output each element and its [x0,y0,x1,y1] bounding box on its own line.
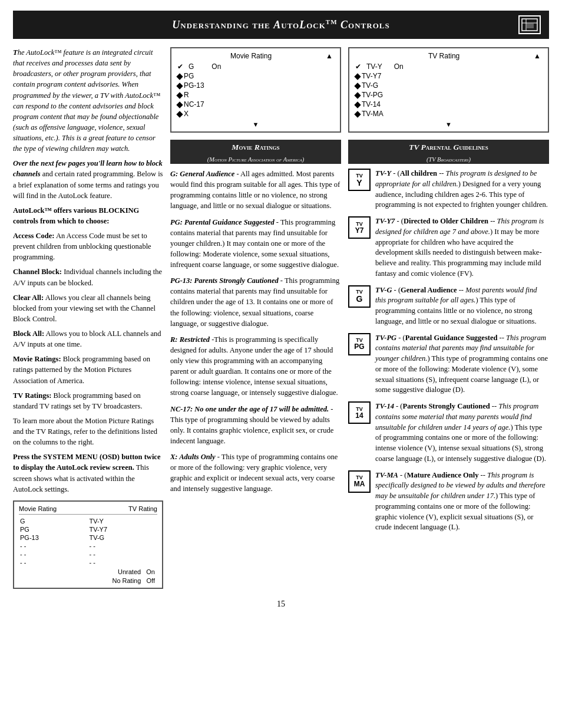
tv-rating-pg: TV PG TV-PG - (Parental Guidance Suggest… [348,333,549,396]
page-header: Understanding the AutoLockTM Controls [13,11,549,39]
tv-ratings-item: TV Ratings: Block programming based on s… [13,390,163,411]
table-row: - - [88,542,158,550]
box-row-tvpg: TV-PG [354,90,543,100]
box-row-nc17: NC-17 [176,100,335,109]
press-system-paragraph: Press the SYSTEM MENU (OSD) button twice… [13,452,163,495]
bs-footer-norating: No Rating Off [112,577,155,584]
tv-g-text: TV-G - (General Audience -- Most parents… [375,285,549,327]
learn-more-paragraph: To learn more about the Motion Picture R… [13,416,163,447]
svg-rect-3 [527,24,534,28]
box-row-tv14: TV-14 [354,100,543,109]
tv-y7-badge: TV Y7 [348,216,371,239]
table-row: TV-Y [88,517,158,525]
tv-rating-14: TV 14 TV-14 - (Parents Strongly Cautione… [348,401,549,465]
tv-14-text: TV-14 - (Parents Strongly Cautioned -- T… [375,401,549,465]
table-row: G [19,517,88,525]
intro-paragraph: The AutoLock™ feature is an integrated c… [13,47,163,154]
main-content: The AutoLock™ feature is an integrated c… [13,47,549,589]
page-title: Understanding the AutoLockTM Controls [44,18,518,31]
table-row: - - [88,558,158,566]
movie-rating-nc17: NC-17: No one under the age of 17 will b… [170,404,341,447]
movie-rating-x: X: Adults Only - This type of programmin… [170,452,341,495]
movie-rating-g: G: General Audience - All ages admitted.… [170,169,341,212]
bs-footer-unrated: Unrated On [118,568,155,575]
tv-14-badge: TV 14 [348,401,371,424]
table-row: TV-Y7 [88,525,158,533]
table-row: - - [19,542,88,550]
tv-y-text: TV-Y - (All children -- This program is … [375,169,549,210]
box-arrow-down-tv: ▼ [354,121,543,128]
box-row-tvma: TV-MA [354,109,543,118]
tv-rating-ui-box: ▲ TV Rating ✔TV-YOn TV-Y7 TV-G TV-PG TV-… [348,47,549,133]
movie-ratings-item: Movie Ratings: Block programming based o… [13,354,163,386]
movie-rating-pg: PG: Parental Guidance Suggested - This p… [170,217,341,271]
bs-movie-rating-label: Movie Rating [19,505,57,512]
bs-tv-rating-label: TV Rating [128,505,157,512]
movie-rating-r: R: Restricted -This is programming is sp… [170,334,341,398]
header-icon [518,15,541,34]
movie-rating-pg13: PG-13: Parents Strongly Cautioned - This… [170,275,341,329]
bs-left-col: G PG PG-13 - - - - - - [19,517,88,566]
box-row-tvy7: TV-Y7 [354,71,543,81]
middle-column: ▲ Movie Rating ✔GOn PG PG-13 R NC-17 X ▼… [170,47,341,500]
left-column: The AutoLock™ feature is an integrated c… [13,47,163,589]
tv-ma-text: TV-MA - (Mature Audience Only -- This pr… [375,470,549,533]
access-code-item: Access Code: An Access Code must be set … [13,230,163,262]
table-row: - - [19,550,88,558]
bottom-screen-mockup: Movie Rating TV Rating G PG PG-13 - - - … [13,500,163,589]
tv-rating-y: TV Y TV-Y - (All children -- This progra… [348,169,549,210]
tv-pg-badge: TV PG [348,333,371,355]
table-row: PG-13 [19,533,88,542]
table-row: - - [19,558,88,566]
box-row-g: ✔GOn [176,62,335,71]
box-row-tvg: TV-G [354,81,543,90]
tv-ma-badge: TV MA [348,470,371,493]
clear-all-item: Clear All: Allows you clear all channels… [13,292,163,324]
box-arrow-up: ▲ Movie Rating [176,52,335,60]
box-row-x: X [176,109,335,118]
tv-rating-g: TV G TV-G - (General Audience -- Most pa… [348,285,549,327]
block-all-item: Block All: Allows you to block ALL chann… [13,328,163,350]
tv-guidelines-section-header: TV Parental Guidelines (TV Broadcasters) [348,140,549,164]
blocking-header: AutoLock™ offers various BLOCKING contro… [13,205,163,226]
tv-rating-y7: TV Y7 TV-Y7 - (Directed to Older Childre… [348,216,549,279]
tv-pg-text: TV-PG - (Parental Guidance Suggested -- … [375,333,549,396]
tv-y7-text: TV-Y7 - (Directed to Older Children -- T… [375,216,549,279]
table-row: - - [88,550,158,558]
box-row-tvy: ✔TV-YOn [354,62,543,71]
box-row-r: R [176,90,335,100]
box-row-pg: PG [176,71,335,81]
page-number: 15 [13,599,549,609]
tv-g-badge: TV G [348,285,371,308]
channel-block-item: Channel Block: Individual channels inclu… [13,266,163,288]
movie-rating-ui-box: ▲ Movie Rating ✔GOn PG PG-13 R NC-17 X ▼ [170,47,341,133]
tv-rating-ma: TV MA TV-MA - (Mature Audience Only -- T… [348,470,549,533]
box-row-pg13: PG-13 [176,81,335,90]
movie-ratings-section-header: Movie Ratings (Motion Picture Associatio… [170,140,341,164]
tv-y-badge: TV Y [348,169,371,191]
table-row: TV-G [88,533,158,542]
box-arrow-down: ▼ [176,121,335,128]
learn-paragraph: Over the next few pages you'll learn how… [13,158,163,201]
table-row: PG [19,525,88,533]
bs-right-col: TV-Y TV-Y7 TV-G - - - - - - [88,517,158,566]
right-column: ▲ TV Rating ✔TV-YOn TV-Y7 TV-G TV-PG TV-… [348,47,549,539]
